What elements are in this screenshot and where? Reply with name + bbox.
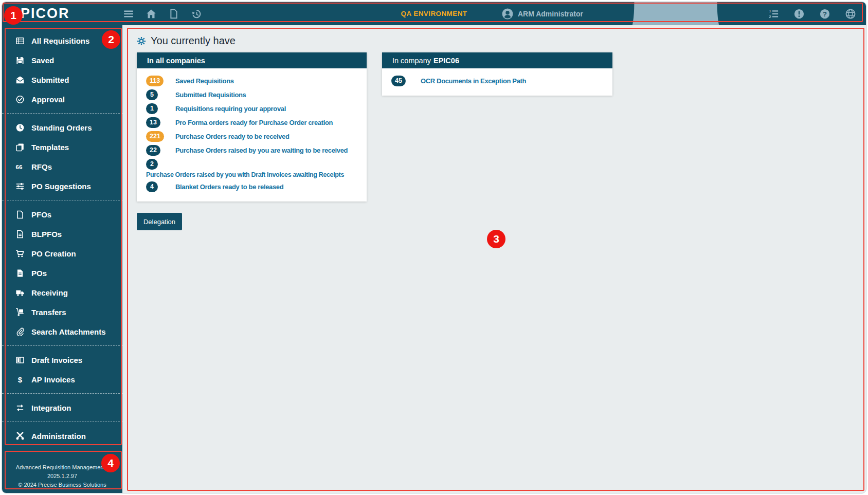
po-suggestions-icon (15, 182, 25, 191)
count-badge: 221 (146, 131, 164, 142)
count-badge: 1 (146, 103, 158, 114)
alert-info-icon[interactable] (794, 9, 804, 19)
sidebar-item-po-suggestions[interactable]: PO Suggestions (2, 176, 122, 196)
gear-icon (137, 36, 146, 46)
panel-all-companies: In all companies 113Saved Requisitions5S… (137, 52, 367, 201)
numbered-list-icon[interactable]: 12 (768, 9, 779, 19)
sidebar-item-templates[interactable]: Templates (2, 137, 122, 157)
sidebar-item-label: Administration (31, 432, 86, 441)
sidebar-item-label: BLPFOs (31, 230, 62, 239)
sidebar-item-ap-invoices[interactable]: $AP Invoices (2, 370, 122, 389)
sidebar-item-label: PO Suggestions (31, 182, 91, 191)
summary-count-link[interactable]: 221Purchase Orders ready to be received (137, 131, 367, 142)
history-icon[interactable] (191, 9, 202, 19)
sidebar-item-draft-invoices[interactable]: Draft Invoices (2, 350, 122, 370)
avatar-icon (502, 8, 513, 20)
sidebar-item-pfos[interactable]: PFOs (2, 205, 122, 224)
count-badge: 13 (146, 117, 160, 128)
count-badge: 2 (146, 159, 158, 170)
topbar-nav-icons (123, 9, 202, 19)
sidebar-group-divider (2, 113, 122, 114)
user-menu[interactable]: ARM Administrator (502, 8, 583, 20)
home-icon[interactable] (146, 9, 156, 19)
sidebar-item-label: Integration (31, 404, 71, 412)
help-icon[interactable]: ? (820, 9, 830, 19)
pos-icon (15, 269, 25, 278)
panel-company-epic06-rows: 45OCR Documents in Exception Path (382, 68, 612, 96)
summary-count-link[interactable]: 1Requisitions requiring your approval (137, 103, 367, 114)
summary-count-link[interactable]: 5Submitted Requisitions (137, 89, 367, 100)
pfos-icon (15, 210, 25, 219)
document-icon[interactable] (169, 9, 179, 19)
search-attachments-icon (15, 327, 25, 336)
sidebar-item-label: Draft Invoices (31, 356, 82, 364)
count-badge: 45 (391, 76, 406, 86)
count-badge: 5 (146, 89, 158, 100)
summary-count-link[interactable]: 45OCR Documents in Exception Path (382, 76, 612, 86)
sidebar-item-administration[interactable]: Administration (2, 426, 122, 446)
sidebar-item-all-requisitions[interactable]: All Requisitions (2, 31, 122, 50)
sidebar-item-submitted[interactable]: Submitted (2, 70, 122, 89)
sidebar-group-divider (2, 200, 122, 200)
page-title-text: You currently have (151, 35, 236, 47)
sidebar-item-integration[interactable]: Integration (2, 398, 122, 417)
templates-icon (15, 143, 25, 152)
sidebar-footer: Advanced Requisition Management - 2025.1… (2, 463, 122, 489)
summary-count-link[interactable]: 4Blanket Orders ready to be released (137, 181, 367, 192)
blpfos-icon (15, 230, 25, 239)
count-badge: 113 (146, 76, 164, 86)
svg-text:1: 1 (769, 9, 771, 13)
sidebar-item-label: Search Attachments (31, 327, 106, 336)
sidebar-item-pos[interactable]: POs (2, 263, 122, 283)
svg-text:2: 2 (769, 14, 771, 19)
summary-count-link[interactable]: 22Purchase Orders raised by you are wait… (137, 145, 367, 156)
sidebar-item-blpfos[interactable]: BLPFOs (2, 224, 122, 244)
panel-company-epic06-header: In company EPIC06 (382, 52, 612, 68)
sidebar-item-standing-orders[interactable]: Standing Orders (2, 118, 122, 137)
sidebar-item-label: Submitted (31, 76, 69, 84)
sidebar-item-saved[interactable]: Saved (2, 50, 122, 70)
summary-panels: In all companies 113Saved Requisitions5S… (137, 52, 866, 201)
sidebar-item-search-attachments[interactable]: Search Attachments (2, 322, 122, 341)
summary-count-link[interactable]: 2Purchase Orders raised by you with Draf… (137, 159, 367, 178)
panel-company-epic06: In company EPIC06 45OCR Documents in Exc… (382, 52, 612, 96)
sidebar-item-rfqs[interactable]: 66RFQs (2, 157, 122, 176)
receiving-icon (15, 288, 25, 297)
sidebar-item-receiving[interactable]: Receiving (2, 283, 122, 302)
sidebar-nav: All RequisitionsSavedSubmittedApprovalSt… (2, 25, 122, 448)
sidebar-item-label: AP Invoices (31, 375, 75, 384)
sidebar-item-approval[interactable]: Approval (2, 89, 122, 109)
integration-icon (15, 404, 25, 412)
summary-count-link[interactable]: 13Pro Forma orders ready for Purchase Or… (137, 117, 367, 128)
delegation-button[interactable]: Delegation (137, 213, 182, 230)
sidebar-item-transfers[interactable]: Transfers (2, 302, 122, 322)
draft-invoices-icon (15, 356, 25, 364)
panel-all-companies-header: In all companies (137, 52, 367, 68)
app-window: epicor QA ENVIRONMENT ARM Administrator … (2, 2, 866, 493)
sidebar-group-divider (2, 393, 122, 394)
count-badge: 22 (146, 145, 160, 156)
saved-icon (15, 56, 25, 65)
summary-count-link[interactable]: 113Saved Requisitions (137, 76, 367, 86)
environment-label: QA ENVIRONMENT (401, 10, 467, 17)
standing-orders-icon (15, 123, 25, 132)
rfqs-icon: 66 (15, 162, 25, 171)
svg-text:$: $ (18, 375, 23, 383)
globe-icon[interactable] (845, 9, 856, 19)
svg-text:?: ? (823, 10, 827, 17)
menu-icon[interactable] (123, 9, 134, 19)
summary-link-label: Purchase Orders raised by you with Draft… (146, 171, 367, 178)
sidebar-item-label: Saved (31, 56, 54, 65)
summary-link-label: Pro Forma orders ready for Purchase Orde… (175, 119, 333, 126)
summary-link-label: Requisitions requiring your approval (175, 105, 286, 113)
all-requisitions-icon (15, 36, 25, 45)
sidebar-group-divider (2, 345, 122, 346)
sidebar-item-po-creation[interactable]: PO Creation (2, 244, 122, 263)
app-version: Advanced Requisition Management - 2025.1… (2, 463, 122, 481)
sidebar-item-label: PFOs (31, 210, 51, 219)
top-bar: epicor QA ENVIRONMENT ARM Administrator … (2, 2, 866, 25)
submitted-icon (15, 76, 25, 84)
sidebar-item-label: All Requisitions (31, 36, 89, 45)
epicor-logo: epicor (2, 6, 123, 22)
po-creation-icon (15, 249, 25, 258)
